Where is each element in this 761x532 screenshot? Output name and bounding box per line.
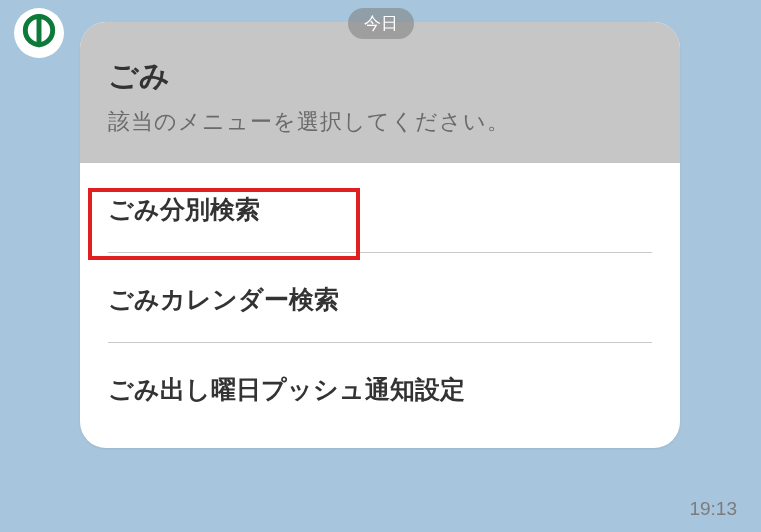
avatar[interactable] xyxy=(14,8,64,58)
logo-icon xyxy=(20,12,58,54)
menu-item-garbage-push-notification[interactable]: ごみ出し曜日プッシュ通知設定 xyxy=(108,343,652,432)
card-title: ごみ xyxy=(108,56,652,97)
menu-item-garbage-calendar-search[interactable]: ごみカレンダー検索 xyxy=(108,253,652,343)
date-pill: 今日 xyxy=(348,8,414,39)
menu-item-garbage-sort-search[interactable]: ごみ分別検索 xyxy=(108,163,652,253)
menu-list: ごみ分別検索 ごみカレンダー検索 ごみ出し曜日プッシュ通知設定 xyxy=(80,163,680,448)
card-subtitle: 該当のメニューを選択してください。 xyxy=(108,107,652,137)
timestamp: 19:13 xyxy=(689,498,737,520)
message-card: ごみ 該当のメニューを選択してください。 ごみ分別検索 ごみカレンダー検索 ごみ… xyxy=(80,22,680,448)
card-header: ごみ 該当のメニューを選択してください。 xyxy=(80,22,680,163)
